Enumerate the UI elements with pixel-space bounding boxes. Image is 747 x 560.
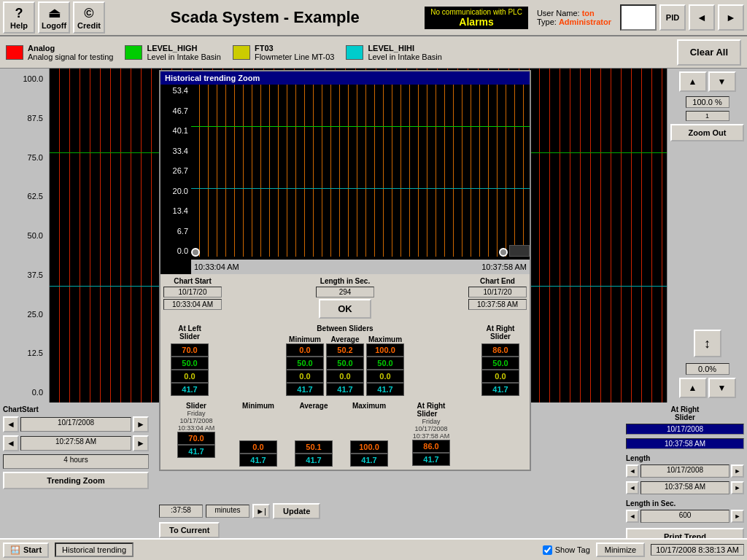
legend-level-high: LEVEL_HIGH Level in Intake Basin — [125, 44, 221, 61]
to-current-row: To Current — [159, 522, 320, 538]
time-forward-button[interactable]: ► — [133, 435, 149, 451]
length-sec-label: Length in Sec. — [626, 499, 744, 508]
length-time-back[interactable]: ◄ — [626, 481, 639, 494]
clear-all-button[interactable]: Clear All — [677, 39, 741, 66]
zoom-slider-handle[interactable] — [509, 245, 530, 257]
length-time-fwd[interactable]: ► — [731, 481, 744, 494]
slider-date-col: Slider Friday 10/17/2008 10:33:04 AM 70.… — [163, 402, 229, 467]
trending-zoom-button[interactable]: Trending Zoom — [3, 472, 149, 489]
pct-sub: 1 — [686, 111, 729, 121]
between-row1: 50.0 50.0 50.0 — [286, 357, 404, 370]
scroll-up2-button[interactable]: ▲ — [679, 378, 707, 398]
help-button[interactable]: ? Help — [3, 1, 35, 34]
between-row0: 0.0 50.2 100.0 — [286, 343, 404, 357]
right-controls-panel: At RightSlider 10/17/2008 10:37:58 AM Le… — [623, 402, 747, 548]
length-sec-back[interactable]: ◄ — [626, 510, 639, 523]
chart-start-date: 10/17/20 — [163, 287, 222, 298]
chart-start-group: Chart Start 10/17/20 10:33:04 AM — [163, 277, 222, 310]
left-val-1: 50.0 — [171, 357, 209, 370]
center-arrow-button[interactable]: ↕ — [694, 330, 721, 357]
popup-row1: Chart Start 10/17/20 10:33:04 AM Length … — [160, 274, 530, 322]
right-slider[interactable] — [499, 248, 508, 257]
date-forward-button[interactable]: ► — [133, 416, 149, 432]
scale-50: 50.0 — [3, 231, 46, 240]
level-hihi-text: LEVEL_HIHI Level in Intake Basin — [368, 44, 442, 61]
update-button[interactable]: Update — [273, 503, 320, 519]
pid-button[interactable]: PID — [659, 4, 686, 31]
length-val: 294 — [316, 287, 374, 298]
popup-title: Historical trending Zoom — [160, 71, 530, 85]
left-val-0: 70.0 — [171, 343, 209, 357]
start-button[interactable]: 🪟 Start — [3, 542, 49, 558]
chart-start-label: ChartStart — [3, 405, 149, 413]
white-display-box — [620, 4, 657, 31]
zoom-chart[interactable]: 53.4 46.7 40.1 33.4 26.7 20.0 13.4 6.7 0… — [160, 85, 530, 274]
logoff-button[interactable]: ⏏ Logoff — [38, 1, 70, 34]
time-display: :37:58 — [159, 505, 203, 518]
zoom-cyan-hline — [191, 188, 530, 189]
left-val-3: 41.7 — [171, 383, 209, 396]
bottom-min-col: Minimum 0.0 41.7 — [232, 402, 285, 467]
length-label: Length — [626, 454, 744, 462]
left-slider[interactable] — [191, 248, 200, 257]
taskbar-window-item[interactable]: Historical trending — [55, 542, 133, 557]
zoom-y-labels: 53.4 46.7 40.1 33.4 26.7 20.0 13.4 6.7 0… — [160, 85, 190, 257]
scale-0: 0.0 — [3, 388, 46, 397]
left-bottom-controls: ChartStart ◄ 10/17/2008 ► ◄ 10:27:58 AM … — [3, 405, 149, 545]
scroll-up-button[interactable]: ▲ — [679, 71, 707, 92]
length-date-back[interactable]: ◄ — [626, 464, 639, 478]
chart-start-date-field[interactable]: 10/17/2008 — [20, 417, 131, 432]
scale-625: 62.5 — [3, 192, 46, 201]
zoom-time-right: 10:37:58 AM — [481, 262, 527, 271]
zoom-time-labels: 10:33:04 AM 10:37:58 AM — [191, 260, 530, 274]
y-axis-scale: 100.0 87.5 75.0 62.5 50.0 37.5 25.0 12.5… — [0, 69, 50, 402]
scale-25: 25.0 — [3, 310, 46, 319]
length-time-row: ◄ 10:37:58 AM ► — [626, 481, 744, 494]
usertype-row: Type: Administrator — [537, 18, 611, 26]
help-icon: ? — [15, 6, 23, 21]
taskbar-right: Show Tag Minimize 10/17/2008 8:38:13 AM — [543, 542, 744, 557]
level-high-text: LEVEL_HIGH Level in Intake Basin — [147, 44, 221, 61]
length-group: Length in Sec. 294 OK — [228, 277, 462, 319]
left-val-2: 0.0 — [171, 370, 209, 383]
ok-button[interactable]: OK — [319, 299, 371, 319]
length-date-fwd[interactable]: ► — [731, 464, 744, 478]
credit-icon: © — [84, 6, 93, 21]
nav-forward-button[interactable]: ► — [718, 4, 744, 31]
zoom-green-hline — [191, 126, 530, 127]
level-hihi-color — [346, 45, 363, 60]
scale-375: 37.5 — [3, 271, 46, 279]
zoom-popup: Historical trending Zoom 53.4 46.7 40.1 … — [159, 70, 531, 471]
chart-start-time-field[interactable]: 10:27:58 AM — [20, 436, 131, 451]
show-tag-checkbox[interactable] — [543, 545, 552, 555]
skip-end-button[interactable]: ►| — [252, 504, 270, 518]
length-time-field: 10:37:58 AM — [640, 481, 729, 494]
pct2-display: 0.0% — [686, 363, 729, 375]
scroll-up-down-row: ▲ ▼ — [670, 71, 744, 92]
right-val-2: 0.0 — [481, 370, 519, 383]
minimize-button[interactable]: Minimize — [596, 542, 645, 557]
scale-125: 12.5 — [3, 349, 46, 357]
hours-field[interactable]: 4 hours — [3, 454, 149, 469]
between-col-headers: Minimum Average Maximum — [286, 335, 404, 343]
zoom-out-button[interactable]: Zoom Out — [670, 124, 744, 141]
zoom-chart-inner — [191, 85, 530, 257]
alarm-area: No communication with PLC Alarms — [425, 7, 528, 29]
nav-back-button[interactable]: ◄ — [689, 4, 715, 31]
length-sec-fwd[interactable]: ► — [731, 510, 744, 523]
time-back-button[interactable]: ◄ — [3, 435, 19, 451]
date-back-button[interactable]: ◄ — [3, 416, 19, 432]
popup-bottom: Slider Friday 10/17/2008 10:33:04 AM 70.… — [160, 399, 530, 470]
credit-button[interactable]: © Credit — [73, 1, 105, 34]
app-header: ? Help ⏏ Logoff © Credit Scada System - … — [0, 0, 747, 36]
length-date-row: ◄ 10/17/2008 ► — [626, 464, 744, 478]
start-icon: 🪟 — [10, 545, 20, 555]
scroll-down2-button[interactable]: ▼ — [708, 378, 736, 398]
alarms-text: Alarms — [430, 16, 522, 28]
to-current-button[interactable]: To Current — [159, 522, 220, 538]
chart-start-time: 10:33:04 AM — [163, 299, 222, 310]
scroll-down-button[interactable]: ▼ — [708, 71, 736, 92]
taskbar-clock: 10/17/2008 8:38:13 AM — [651, 544, 744, 556]
legend-ft03: FT03 Flowmeter Line MT-03 — [233, 44, 334, 61]
right-ctrl-header: At RightSlider — [626, 405, 744, 421]
